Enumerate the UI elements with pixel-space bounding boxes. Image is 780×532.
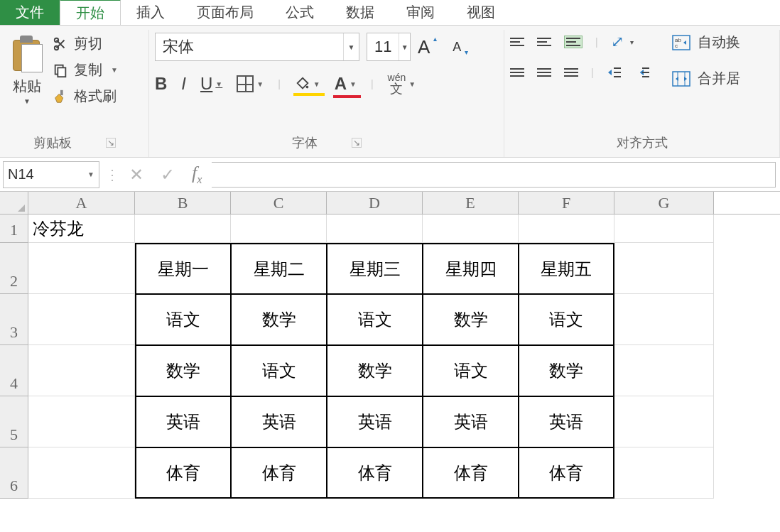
column-header[interactable]: G: [614, 192, 714, 214]
fill-color-button[interactable]: ▼: [295, 76, 320, 92]
cell[interactable]: [28, 396, 135, 447]
cell[interactable]: 语文: [327, 294, 423, 345]
cell[interactable]: 英语: [423, 396, 519, 447]
cell[interactable]: [28, 345, 135, 396]
cell[interactable]: 英语: [231, 396, 327, 447]
name-box[interactable]: N14 ▼: [3, 161, 99, 188]
row-header[interactable]: 1: [0, 215, 28, 243]
increase-indent-button[interactable]: [635, 65, 651, 80]
merge-center-button[interactable]: 合并居: [672, 69, 740, 88]
font-size-combo[interactable]: 11 ▼: [367, 33, 411, 61]
border-button[interactable]: ▼: [237, 75, 264, 92]
cut-button[interactable]: 剪切: [53, 34, 118, 53]
select-all-corner[interactable]: [0, 192, 28, 214]
font-size-dropdown[interactable]: ▼: [399, 33, 410, 60]
cell[interactable]: 体育: [519, 447, 614, 499]
copy-button[interactable]: 复制 ▼: [53, 60, 118, 80]
row-header[interactable]: 6: [0, 447, 28, 499]
tab-file[interactable]: 文件: [0, 0, 60, 25]
decrease-indent-button[interactable]: [607, 65, 622, 80]
cell[interactable]: 语文: [423, 345, 519, 396]
tab-home[interactable]: 开始: [60, 0, 121, 25]
italic-button[interactable]: I: [181, 74, 186, 94]
tab-layout[interactable]: 页面布局: [181, 0, 270, 25]
cell[interactable]: 语文: [519, 294, 614, 345]
cell[interactable]: 星期二: [231, 243, 327, 294]
cell[interactable]: 英语: [519, 396, 614, 447]
bold-button[interactable]: B: [155, 74, 167, 94]
phonetic-guide-button[interactable]: wén 文 ▼: [388, 72, 416, 95]
increase-font-icon[interactable]: A: [418, 36, 430, 58]
column-header[interactable]: E: [423, 192, 519, 214]
cell[interactable]: [614, 447, 714, 499]
cell[interactable]: [28, 294, 135, 345]
column-header[interactable]: C: [231, 192, 327, 214]
name-box-dropdown[interactable]: ▼: [87, 170, 94, 178]
row-header[interactable]: 5: [0, 396, 28, 447]
underline-button[interactable]: U▼: [200, 74, 222, 94]
cell[interactable]: 体育: [327, 447, 423, 499]
cell[interactable]: 数学: [519, 345, 614, 396]
cell[interactable]: [614, 243, 714, 294]
clipboard-dialog-launcher[interactable]: ↘: [106, 138, 116, 148]
cell[interactable]: 英语: [135, 396, 231, 447]
column-header[interactable]: A: [28, 192, 135, 214]
tab-formula[interactable]: 公式: [270, 0, 330, 25]
format-painter-button[interactable]: 格式刷: [53, 87, 118, 106]
cell[interactable]: 数学: [135, 345, 231, 396]
decrease-font-icon[interactable]: A: [453, 40, 461, 55]
cell[interactable]: 数学: [327, 345, 423, 396]
font-name-combo[interactable]: 宋体 ▼: [155, 33, 359, 61]
row-header[interactable]: 2: [0, 243, 28, 294]
wrap-text-button[interactable]: abc 自动换: [672, 33, 740, 52]
cell[interactable]: [327, 215, 423, 243]
valign-top-icon[interactable]: [510, 38, 524, 46]
row-header[interactable]: 3: [0, 294, 28, 345]
cell[interactable]: [28, 447, 135, 499]
cell[interactable]: 星期五: [519, 243, 614, 294]
paste-button[interactable]: 粘贴 ▼: [6, 33, 48, 108]
cell[interactable]: 体育: [423, 447, 519, 499]
cell[interactable]: 星期三: [327, 243, 423, 294]
cell[interactable]: 数学: [423, 294, 519, 345]
cell[interactable]: [519, 215, 614, 243]
column-header[interactable]: B: [135, 192, 231, 214]
cell[interactable]: 语文: [135, 294, 231, 345]
paste-dropdown[interactable]: ▼: [23, 97, 31, 105]
cell[interactable]: [614, 294, 714, 345]
fx-icon[interactable]: fx: [192, 163, 202, 186]
cell[interactable]: 星期一: [135, 243, 231, 294]
halign-center-icon[interactable]: [537, 68, 551, 77]
tab-insert[interactable]: 插入: [121, 0, 181, 25]
column-header[interactable]: F: [519, 192, 614, 214]
cell[interactable]: [614, 215, 714, 243]
orientation-button[interactable]: ⤢: [611, 33, 624, 51]
cell[interactable]: [614, 396, 714, 447]
copy-dropdown[interactable]: ▼: [111, 66, 118, 74]
cell[interactable]: 体育: [135, 447, 231, 499]
font-name-dropdown[interactable]: ▼: [343, 33, 359, 60]
tab-review[interactable]: 审阅: [391, 0, 451, 25]
column-header[interactable]: D: [327, 192, 423, 214]
cell[interactable]: 数学: [231, 294, 327, 345]
row-header[interactable]: 4: [0, 345, 28, 396]
cell[interactable]: 语文: [231, 345, 327, 396]
cell[interactable]: 星期四: [423, 243, 519, 294]
valign-bottom-icon[interactable]: [564, 36, 583, 48]
halign-left-icon[interactable]: [510, 68, 524, 77]
cell[interactable]: [135, 215, 231, 243]
cell[interactable]: 体育: [231, 447, 327, 499]
cell[interactable]: [423, 215, 519, 243]
cell[interactable]: 冷芬龙: [28, 215, 135, 243]
font-dialog-launcher[interactable]: ↘: [352, 138, 362, 148]
tab-data[interactable]: 数据: [330, 0, 391, 25]
cell[interactable]: 英语: [327, 396, 423, 447]
cell[interactable]: [614, 345, 714, 396]
cell[interactable]: [231, 215, 327, 243]
valign-middle-icon[interactable]: [537, 38, 551, 46]
formula-input[interactable]: [212, 162, 776, 188]
cancel-formula-icon[interactable]: ✕: [129, 165, 143, 185]
font-color-button[interactable]: A▼: [335, 74, 357, 94]
confirm-formula-icon[interactable]: ✓: [161, 165, 175, 185]
tab-view[interactable]: 视图: [451, 0, 511, 25]
